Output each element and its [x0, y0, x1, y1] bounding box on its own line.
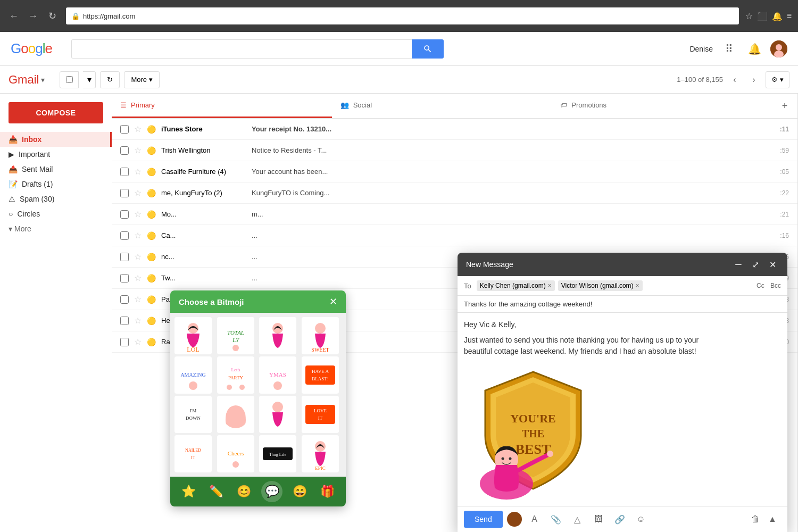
star-button[interactable]: ☆	[134, 124, 142, 134]
email-checkbox[interactable]	[120, 274, 129, 282]
compose-button[interactable]: COMPOSE	[9, 102, 103, 123]
delete-draft-button[interactable]: 🗑	[751, 514, 760, 524]
sidebar-item-sent[interactable]: 📤 Sent Mail	[0, 162, 112, 177]
tab-primary[interactable]: ☰ Primary	[112, 94, 332, 118]
tab-promotions[interactable]: 🏷 Promotions	[552, 94, 772, 118]
email-checkbox[interactable]	[120, 168, 129, 176]
formatting-button[interactable]: A	[526, 511, 543, 528]
star-button[interactable]: ☆	[134, 315, 142, 326]
list-item[interactable]: Thug Life	[259, 435, 296, 472]
bcc-button[interactable]: Bcc	[770, 282, 781, 289]
list-item[interactable]	[259, 396, 296, 433]
select-all-checkbox[interactable]	[60, 71, 79, 88]
extensions-button[interactable]: ⬛	[757, 11, 768, 21]
list-item[interactable]: Let's PARTY	[217, 356, 254, 394]
email-checkbox[interactable]	[120, 253, 129, 261]
table-row[interactable]: ☆ 🟡 Casalife Furniture (4) Your account …	[112, 161, 797, 182]
star-button[interactable]: ☆	[134, 337, 142, 347]
list-item[interactable]: TOTAL LY	[217, 317, 254, 354]
drive-button[interactable]: △	[569, 511, 586, 528]
sidebar-item-important[interactable]: ▶ Important	[0, 147, 112, 162]
list-item[interactable]: Cheers	[217, 435, 254, 472]
list-item[interactable]: AMAZING	[174, 356, 212, 394]
bitmoji-pencil-button[interactable]: ✏️	[205, 481, 227, 502]
table-row[interactable]: ☆ 🟡 me, KungFuryTo (2) KungFuryTO is Com…	[112, 182, 797, 204]
sidebar-item-inbox[interactable]: 📥 Inbox	[0, 132, 112, 147]
search-button[interactable]	[412, 39, 444, 59]
link-button[interactable]: 🔗	[611, 511, 628, 528]
table-row[interactable]: ☆ 🟡 Mo... m... :21	[112, 204, 797, 225]
table-row[interactable]: ☆ 🟡 Ca... ... :16	[112, 225, 797, 246]
email-checkbox[interactable]	[120, 210, 129, 219]
subject-field[interactable]	[458, 296, 787, 313]
bitmoji-smile-button[interactable]: 😊	[234, 481, 255, 502]
email-checkbox[interactable]	[120, 295, 129, 304]
tab-social[interactable]: 👥 Social	[332, 94, 552, 118]
list-item[interactable]: LOL	[174, 317, 212, 354]
bitmoji-gift-button[interactable]: 🎁	[317, 481, 338, 502]
list-item[interactable]: NAILED IT	[174, 435, 212, 472]
search-input[interactable]	[71, 39, 412, 59]
sidebar-item-spam[interactable]: ⚠ Spam (30)	[0, 192, 112, 206]
compose-expand-button[interactable]: ⤢	[749, 258, 762, 271]
emoji-button[interactable]: ☺	[633, 511, 650, 528]
star-button[interactable]: ☆	[134, 252, 142, 262]
star-button[interactable]: ☆	[134, 145, 142, 155]
cc-button[interactable]: Cc	[757, 282, 764, 289]
compose-body[interactable]: Hey Vic & Kelly, Just wanted to send you…	[458, 313, 787, 506]
sidebar-more[interactable]: ▾ More	[0, 221, 112, 236]
email-checkbox[interactable]	[120, 146, 129, 155]
prev-page-button[interactable]: ‹	[727, 72, 742, 87]
more-actions-button[interactable]: More ▾	[124, 71, 160, 88]
sidebar-item-drafts[interactable]: 📝 Drafts (1)	[0, 177, 112, 192]
compose-minimize-button[interactable]: ─	[732, 258, 745, 271]
list-item[interactable]: LOVE IT	[302, 396, 339, 433]
attach-button[interactable]: 📎	[547, 511, 564, 528]
photo-button[interactable]: 🖼	[590, 511, 607, 528]
list-item[interactable]: SWEET	[302, 317, 339, 354]
forward-button[interactable]: →	[26, 9, 40, 23]
bookmark-button[interactable]: ☆	[745, 11, 753, 21]
back-button[interactable]: ←	[6, 9, 21, 23]
star-button[interactable]: ☆	[134, 230, 142, 240]
star-button[interactable]: ☆	[134, 209, 142, 219]
select-dropdown-button[interactable]: ▾	[83, 71, 96, 88]
avatar[interactable]	[770, 40, 787, 57]
list-item[interactable]: HAVE A BLAST!	[302, 356, 339, 394]
table-row[interactable]: ☆ 🟡 Trish Wellington Notice to Residents…	[112, 140, 797, 161]
star-button[interactable]: ☆	[134, 167, 142, 177]
reload-email-button[interactable]: ↻	[100, 71, 120, 88]
list-item[interactable]: EPIC	[302, 435, 339, 472]
sidebar-item-circles[interactable]: ○ Circles	[0, 206, 112, 221]
email-checkbox[interactable]	[120, 189, 129, 197]
email-checkbox[interactable]	[120, 231, 129, 240]
compose-close-button[interactable]: ✕	[766, 258, 779, 271]
list-item[interactable]: YMAS	[259, 356, 296, 394]
remove-victor-button[interactable]: ×	[636, 282, 639, 289]
reload-button[interactable]: ↻	[45, 9, 60, 23]
settings-button[interactable]: ⚙ ▾	[766, 71, 789, 88]
address-bar[interactable]: 🔒 https://gmail.com	[66, 7, 739, 24]
list-item[interactable]	[217, 396, 254, 433]
table-row[interactable]: ☆ 🟡 iTunes Store Your receipt No. 13210.…	[112, 119, 797, 140]
add-tab-button[interactable]: +	[772, 94, 797, 118]
select-all-input[interactable]	[66, 76, 73, 83]
more-options-button[interactable]: ▲	[764, 511, 781, 528]
list-item[interactable]	[259, 317, 296, 354]
email-checkbox[interactable]	[120, 125, 129, 134]
email-checkbox[interactable]	[120, 338, 129, 346]
next-page-button[interactable]: ›	[746, 72, 761, 87]
bitmoji-star-button[interactable]: ⭐	[178, 481, 199, 502]
remove-kelly-button[interactable]: ×	[548, 282, 552, 289]
bitmoji-close-button[interactable]: ✕	[329, 296, 337, 307]
email-checkbox[interactable]	[120, 317, 129, 325]
star-button[interactable]: ☆	[134, 188, 142, 198]
menu-button[interactable]: ≡	[787, 11, 792, 21]
star-button[interactable]: ☆	[134, 273, 142, 283]
notifications-header-button[interactable]: 🔔	[745, 39, 764, 59]
star-button[interactable]: ☆	[134, 294, 142, 304]
bitmoji-face-button[interactable]: 😄	[289, 481, 310, 502]
apps-button[interactable]: ⠿	[719, 39, 738, 59]
send-button[interactable]: Send	[464, 511, 503, 528]
notifications-button[interactable]: 🔔	[772, 11, 783, 21]
